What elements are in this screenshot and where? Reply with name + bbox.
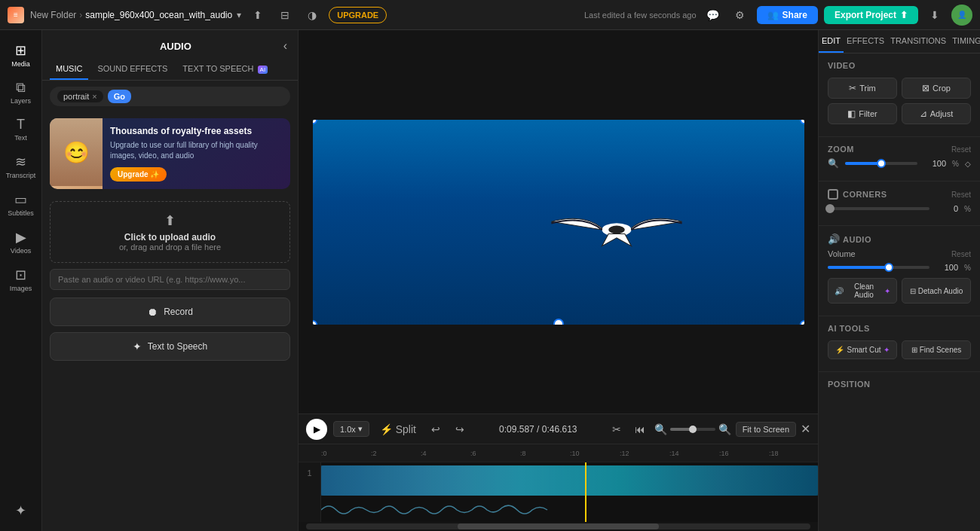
folder-name[interactable]: New Folder	[30, 10, 76, 20]
track-content[interactable]	[321, 462, 818, 522]
zoom-in-button[interactable]: 🔍	[718, 423, 731, 435]
upgrade-now-button[interactable]: Upgrade ✨	[110, 167, 167, 182]
filter-button[interactable]: ◧ Filter	[828, 103, 897, 124]
smart-cut-button[interactable]: ⚡ Smart Cut ✦	[828, 340, 897, 359]
tab-transitions[interactable]: TRANSITIONS	[887, 30, 949, 53]
search-box: portrait × Go	[50, 87, 290, 106]
tab-timing[interactable]: TIMING	[949, 30, 980, 53]
split-button[interactable]: ⚡ Split	[375, 421, 421, 438]
comment-icon-btn[interactable]: 💬	[703, 5, 724, 26]
corners-slider-track[interactable]	[828, 207, 929, 210]
zoom-slider-track[interactable]	[845, 162, 917, 165]
record-button[interactable]: ⏺ Record	[50, 298, 290, 326]
undo-button[interactable]: ↩	[427, 421, 445, 438]
upgrade-title: Thousands of royalty-free assets	[110, 126, 283, 136]
ruler-mark: :14	[669, 450, 719, 457]
fit-to-screen-button[interactable]: Fit to Screen	[736, 422, 796, 437]
zoom-reset-button[interactable]: Reset	[951, 145, 971, 154]
playhead[interactable]	[585, 462, 586, 522]
search-tag-remove[interactable]: ×	[92, 92, 96, 101]
skip-start-btn[interactable]: ⏮	[630, 421, 650, 438]
sidebar-item-subtitles[interactable]: ▭ Subtitles	[4, 187, 38, 221]
videos-icon: ▶	[16, 229, 26, 246]
share-icon-btn[interactable]: ⬆	[247, 5, 268, 26]
detach-audio-button[interactable]: ⊟ Detach Audio	[902, 278, 971, 304]
clean-audio-icon: 🔊	[835, 287, 844, 295]
corners-slider-thumb[interactable]	[825, 204, 835, 213]
crop-button[interactable]: ⊠ Crop	[902, 78, 971, 99]
ai-tools-buttons: ⚡ Smart Cut ✦ ⊞ Find Scenes	[828, 340, 971, 359]
upload-icon: ⬆	[61, 212, 279, 229]
sidebar-item-transcript[interactable]: ≋ Transcript	[4, 149, 38, 184]
handle-bottom-center[interactable]	[553, 319, 564, 325]
tab-effects[interactable]: EFFECTS	[844, 30, 887, 53]
layout-icon-btn[interactable]: ⊟	[274, 5, 296, 26]
images-icon: ⊡	[15, 267, 26, 283]
redo-button[interactable]: ↪	[451, 421, 469, 438]
sidebar-item-ai[interactable]: ✦	[4, 498, 38, 523]
adjust-button[interactable]: ⊿ Adjust	[902, 103, 971, 124]
volume-slider-track[interactable]	[828, 266, 929, 269]
sidebar-item-images[interactable]: ⊡ Images	[4, 262, 38, 297]
ai-tools-title: AI Tools	[828, 324, 971, 333]
sidebar-item-label: Text	[14, 134, 27, 142]
audio-panel-close-button[interactable]: ‹	[283, 39, 287, 53]
sidebar-item-media[interactable]: ⊞ Media	[4, 38, 38, 72]
canvas-viewport	[299, 30, 818, 414]
volume-icon: 🔊	[828, 233, 840, 245]
volume-slider-thumb[interactable]	[884, 263, 893, 272]
ruler-mark: :2	[371, 450, 421, 457]
video-section: Video ✂ Trim ⊠ Crop ◧ Filter ⊿ Adjus	[819, 53, 980, 137]
download-icon-btn[interactable]: ⬇	[924, 5, 945, 26]
layers-icon: ⧉	[16, 80, 26, 96]
timecode-display: 0:09.587 / 0:46.613	[475, 424, 602, 435]
ruler-mark: :4	[421, 450, 470, 457]
horizontal-scrollbar[interactable]	[306, 523, 810, 529]
corners-reset-button[interactable]: Reset	[951, 191, 971, 199]
video-frame[interactable]	[313, 120, 804, 325]
zoom-diamond-icon: ◇	[965, 160, 971, 168]
sidebar-item-layers[interactable]: ⧉ Layers	[4, 75, 38, 109]
sidebar-item-videos[interactable]: ▶ Videos	[4, 224, 38, 259]
trim-button[interactable]: ✂ Trim	[828, 78, 897, 99]
brightness-icon-btn[interactable]: ◑	[302, 5, 323, 26]
smart-cut-icon: ⚡	[835, 346, 844, 354]
filename-dropdown[interactable]: ▾	[237, 10, 241, 20]
play-button[interactable]: ▶	[306, 419, 327, 440]
url-input[interactable]	[50, 269, 290, 290]
zoom-slider-thumb[interactable]	[877, 159, 886, 168]
volume-reset-button[interactable]: Reset	[951, 250, 971, 258]
media-icon: ⊞	[15, 42, 26, 59]
zoom-out-button[interactable]: 🔍	[654, 423, 667, 435]
share-button[interactable]: 👥 Share	[757, 6, 818, 24]
tab-music[interactable]: MUSIC	[50, 59, 88, 80]
find-scenes-button[interactable]: ⊞ Find Scenes	[902, 340, 971, 359]
track-number: 1	[299, 462, 321, 522]
tab-edit[interactable]: EDIT	[819, 30, 844, 53]
export-button[interactable]: Export Project ⬆	[824, 6, 918, 24]
ai-tools-section: AI Tools ⚡ Smart Cut ✦ ⊞ Find Scenes	[819, 316, 980, 372]
scissors-icon-btn[interactable]: ✂	[608, 421, 626, 438]
user-avatar[interactable]: 👤	[951, 5, 972, 26]
zoom-section-title: Zoom	[828, 145, 854, 154]
close-timeline-button[interactable]: ✕	[801, 422, 810, 436]
video-track[interactable]	[321, 465, 818, 496]
trim-icon: ✂	[849, 83, 856, 93]
corners-section: Corners Reset 0 %	[819, 182, 980, 226]
ruler-mark: :8	[520, 450, 570, 457]
upgrade-button[interactable]: UPGRADE	[329, 7, 387, 23]
sidebar-item-text[interactable]: T Text	[4, 112, 38, 146]
clean-audio-button[interactable]: 🔊 Clean Audio ✦	[828, 278, 897, 304]
tab-text-to-speech[interactable]: TEXT TO SPEECH AI	[176, 59, 274, 80]
bird-svg	[534, 181, 700, 279]
search-go-button[interactable]: Go	[108, 90, 131, 103]
tab-sound-effects[interactable]: SOUND EFFECTS	[91, 59, 173, 80]
sidebar-item-label: Images	[10, 285, 32, 292]
speed-button[interactable]: 1.0x ▾	[333, 421, 369, 437]
search-tag: portrait ×	[57, 90, 103, 102]
scrollbar-thumb[interactable]	[458, 523, 660, 529]
text-to-speech-button[interactable]: ✦ Text to Speech	[50, 332, 290, 361]
settings-icon-btn[interactable]: ⚙	[730, 5, 751, 26]
zoom-slider[interactable]	[670, 428, 715, 431]
upload-audio-area[interactable]: ⬆ Click to upload audio or, drag and dro…	[50, 201, 290, 263]
